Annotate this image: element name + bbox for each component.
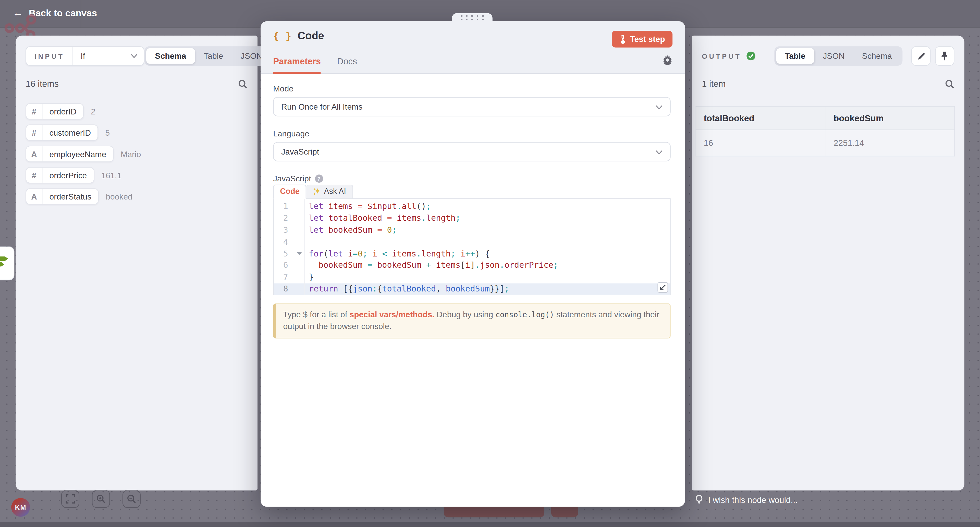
code-line: bookedSum = bookedSum + items[i].json.or… — [305, 260, 670, 271]
if-node-icon — [0, 254, 11, 273]
view-tab-schema[interactable]: Schema — [146, 48, 195, 64]
field-type-icon: A — [26, 146, 43, 161]
line-number: 6 — [274, 260, 304, 271]
view-tab-json[interactable]: JSON — [814, 48, 853, 64]
line-number: 5 — [274, 248, 304, 260]
zoom-out-icon — [127, 494, 136, 504]
field-type-icon: A — [26, 189, 43, 204]
help-icon[interactable]: ? — [315, 174, 323, 183]
zoom-out-button[interactable] — [123, 490, 141, 508]
code-node-modal: { } Code Test step Parameters Docs Mode … — [261, 21, 685, 506]
obscured-canvas-button — [551, 507, 578, 517]
ask-ai-tab-label: Ask AI — [324, 185, 346, 198]
line-number: 7 — [274, 272, 304, 284]
line-number: 3 — [274, 225, 304, 236]
tab-docs[interactable]: Docs — [337, 56, 357, 73]
mode-select[interactable]: Run Once for All Items — [273, 97, 671, 117]
node-feedback-button[interactable]: I wish this node would... — [695, 495, 797, 505]
parameters-pane: Mode Run Once for All Items Language Jav… — [261, 74, 685, 338]
schema-field-row: A employeeName Mario — [25, 146, 247, 162]
search-icon — [238, 79, 248, 89]
language-select[interactable]: JavaScript — [273, 142, 671, 161]
output-panel: OUTPUT TableJSONSchema 1 item totalBooke… — [692, 36, 964, 490]
code-line: return [{json:{totalBooked, bookedSum}}]… — [305, 284, 670, 295]
field-value: booked — [106, 192, 132, 201]
output-column-header: bookedSum — [826, 107, 955, 130]
zoom-to-fit-button[interactable] — [61, 490, 80, 508]
field-type-icon: # — [26, 168, 43, 183]
chevron-down-icon — [130, 54, 138, 58]
inline-code: console.log() — [495, 310, 554, 319]
edit-output-button[interactable] — [912, 46, 931, 65]
special-vars-link[interactable]: special vars/methods. — [350, 310, 434, 319]
drag-dots-icon — [461, 15, 484, 17]
lightbulb-icon — [695, 495, 703, 505]
code-editor[interactable]: 12345678 let items = $input.all();let to… — [273, 198, 671, 295]
field-value: Mario — [121, 149, 141, 159]
field-type-icon: # — [26, 125, 43, 140]
zoom-to-fit-icon — [65, 494, 75, 504]
schema-field-pill[interactable]: # customerID — [25, 125, 98, 141]
editor-tab-code[interactable]: Code — [273, 184, 306, 199]
code-node-icon: { } — [273, 31, 292, 42]
code-line: let bookedSum = 0; — [305, 225, 670, 236]
search-icon — [945, 79, 955, 89]
field-name: orderID — [43, 104, 83, 119]
schema-field-pill[interactable]: A orderStatus — [25, 188, 99, 204]
code-line: let items = $input.all(); — [305, 201, 670, 212]
schema-field-pill[interactable]: A employeeName — [25, 146, 114, 162]
fold-toggle-icon[interactable] — [297, 252, 302, 255]
editor-tab-ask-ai[interactable]: Ask AI — [307, 184, 353, 199]
field-name: customerID — [43, 125, 98, 140]
pin-icon — [941, 51, 949, 61]
view-tab-schema[interactable]: Schema — [853, 48, 900, 64]
input-schema-list: # orderID 2 # customerID 5 A employeeNam… — [25, 103, 247, 204]
user-avatar[interactable]: KM — [11, 498, 30, 516]
view-tab-table[interactable]: Table — [776, 48, 814, 64]
canvas-bottom-edge — [0, 522, 980, 527]
test-step-button[interactable]: Test step — [612, 31, 673, 48]
chevron-down-icon — [655, 105, 662, 109]
input-label: INPUT — [26, 47, 73, 65]
pin-output-button[interactable] — [935, 46, 955, 65]
test-step-label: Test step — [630, 35, 665, 44]
schema-field-pill[interactable]: # orderPrice — [25, 167, 94, 184]
schema-field-row: # orderPrice 161.1 — [25, 167, 247, 184]
wish-label: I wish this node would... — [708, 495, 798, 505]
field-name: orderStatus — [43, 189, 98, 204]
modal-header: { } Code Test step Parameters Docs — [261, 21, 685, 74]
output-search-button[interactable] — [945, 79, 955, 89]
schema-field-pill[interactable]: # orderID — [25, 103, 84, 120]
mode-label: Mode — [273, 84, 671, 93]
code-line: for(let i=0; i < items.length; i++) { — [305, 248, 670, 260]
sparkles-icon — [313, 188, 321, 196]
chevron-down-icon — [655, 150, 662, 155]
node-title: Code — [298, 30, 324, 43]
output-table: totalBookedbookedSum162251.14 — [696, 106, 955, 157]
field-name: orderPrice — [43, 168, 94, 183]
zoom-in-button[interactable] — [92, 490, 110, 508]
success-check-icon — [746, 51, 756, 61]
field-value: 161.1 — [101, 170, 122, 180]
editor-expand-button[interactable] — [657, 282, 668, 293]
node-settings-button[interactable] — [662, 55, 673, 68]
modal-drag-handle[interactable] — [452, 13, 493, 22]
if-node-icon-badge[interactable] — [0, 246, 14, 280]
schema-field-row: A orderStatus booked — [25, 188, 247, 204]
input-node-selector[interactable]: INPUT If — [25, 46, 144, 65]
view-tab-table[interactable]: Table — [195, 48, 232, 64]
editor-code: let items = $input.all();let totalBooked… — [305, 199, 670, 295]
code-line — [305, 236, 670, 248]
output-cell: 16 — [696, 130, 826, 156]
schema-field-row: # orderID 2 — [25, 103, 247, 120]
line-number: 4 — [274, 236, 304, 248]
line-number: 1 — [274, 201, 304, 212]
line-number: 8 — [274, 284, 304, 295]
output-cell: 2251.14 — [826, 130, 955, 156]
input-search-button[interactable] — [238, 79, 248, 89]
tab-parameters[interactable]: Parameters — [273, 56, 321, 74]
field-type-icon: # — [26, 104, 43, 119]
editor-gutter: 12345678 — [274, 199, 305, 295]
code-tab-label: Code — [280, 185, 300, 198]
language-value: JavaScript — [281, 147, 319, 157]
